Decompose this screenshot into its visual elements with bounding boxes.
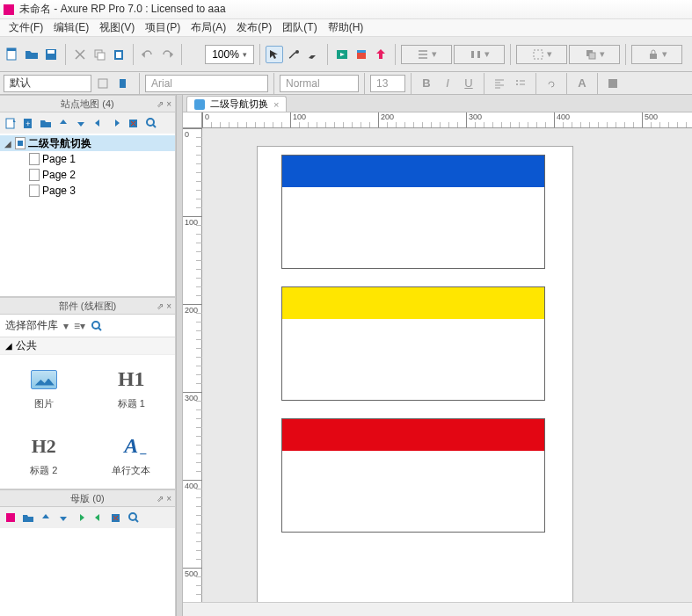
masters-right-icon[interactable] — [91, 511, 106, 525]
undo-icon[interactable] — [139, 46, 157, 63]
document-tab-icon — [194, 99, 205, 110]
search-widgets-icon[interactable] — [91, 320, 103, 332]
menu-file[interactable]: 文件(F) — [4, 20, 48, 35]
group-dropdown[interactable]: ▾ — [516, 45, 567, 64]
zoom-input[interactable]: 100%▾ — [205, 45, 254, 64]
menu-publish[interactable]: 发布(P) — [231, 20, 277, 35]
widget-menu-icon[interactable]: ≡▾ — [74, 320, 85, 332]
menu-team[interactable]: 团队(T) — [277, 20, 322, 35]
copy-icon[interactable] — [91, 46, 108, 63]
svg-rect-12 — [471, 51, 474, 58]
svg-rect-10 — [357, 52, 366, 59]
page-icon — [29, 185, 40, 197]
share-icon[interactable] — [372, 46, 390, 63]
ruler-horizontal: 0100200300400500 — [183, 112, 692, 128]
masters-panel-header[interactable]: 母版 (0) ⇗ × — [0, 489, 175, 507]
panel-collapse-icon[interactable]: ⇗ × — [157, 99, 171, 109]
page-icon — [15, 137, 25, 149]
search-pages-icon[interactable] — [144, 116, 158, 130]
widgets-panel-header[interactable]: 部件 (线框图) ⇗ × — [0, 297, 175, 315]
font-size-select[interactable]: 13 — [370, 75, 405, 92]
widget-library-select[interactable]: 选择部件库 ▾ ≡▾ — [0, 315, 175, 337]
style-paste-icon[interactable] — [114, 75, 134, 92]
widget-h1[interactable]: H1 标题 1 — [88, 355, 176, 422]
delete-page-icon[interactable] — [127, 116, 141, 130]
widget-category[interactable]: ◢公共 — [0, 337, 175, 355]
main-area: 站点地图 (4) ⇗ × + ◢ 二级导航切换 Page 1 — [0, 95, 692, 616]
widget-image[interactable]: 图片 — [0, 355, 88, 422]
redo-icon[interactable] — [158, 46, 176, 63]
pen-mode-icon[interactable] — [304, 46, 322, 63]
design-canvas[interactable] — [202, 128, 692, 602]
outdent-icon[interactable] — [91, 116, 106, 130]
add-master-icon[interactable] — [4, 511, 18, 525]
masters-search-icon[interactable] — [127, 511, 141, 525]
widget-textline[interactable]: A 单行文本 — [88, 422, 176, 489]
menu-edit[interactable]: 编辑(E) — [48, 20, 94, 35]
text-widget-icon: A — [124, 434, 138, 458]
font-family-select[interactable]: Arial — [145, 75, 268, 92]
lock-dropdown[interactable]: ▾ — [631, 45, 682, 64]
svg-rect-11 — [357, 50, 366, 53]
move-up-icon[interactable] — [56, 116, 70, 130]
save-icon[interactable] — [42, 46, 60, 63]
bullets-icon[interactable] — [511, 75, 530, 92]
cut-icon[interactable] — [71, 46, 89, 63]
sitemap-tree: ◢ 二级导航切换 Page 1 Page 2 Page 3 — [0, 134, 175, 297]
indent-icon[interactable] — [109, 116, 123, 130]
link-icon[interactable] — [542, 75, 561, 92]
masters-down-icon[interactable] — [56, 511, 70, 525]
panel-resize-handle[interactable] — [176, 95, 183, 616]
document-tab[interactable]: 二级导航切换 × — [186, 96, 287, 112]
bold-button[interactable]: B — [417, 75, 436, 92]
preview-icon[interactable] — [333, 46, 351, 63]
paragraph-style-select[interactable]: Normal — [280, 75, 359, 92]
sitemap-panel-header[interactable]: 站点地图 (4) ⇗ × — [0, 95, 175, 112]
connector-mode-icon[interactable] — [285, 46, 302, 63]
italic-button[interactable]: I — [438, 75, 457, 92]
svg-rect-7 — [116, 52, 121, 58]
publish-icon[interactable] — [353, 46, 370, 63]
canvas-shape-blue[interactable] — [281, 155, 545, 269]
order-dropdown[interactable]: ▾ — [569, 45, 620, 64]
canvas-shape-red[interactable] — [281, 418, 545, 533]
menu-project[interactable]: 项目(P) — [140, 20, 186, 35]
paste-icon[interactable] — [110, 46, 127, 63]
panel-collapse-icon[interactable]: ⇗ × — [157, 494, 171, 504]
underline-button[interactable]: U — [459, 75, 478, 92]
move-down-icon[interactable] — [74, 116, 88, 130]
font-color-icon[interactable]: A — [572, 75, 592, 92]
open-file-icon[interactable] — [23, 46, 40, 63]
add-folder-icon[interactable] — [39, 116, 53, 130]
ruler-vertical: 0100200300400500 — [183, 128, 202, 602]
style-select[interactable]: 默认 — [4, 75, 91, 92]
menu-view[interactable]: 视图(V) — [94, 20, 140, 35]
align-left-icon[interactable] — [490, 75, 509, 92]
svg-point-21 — [516, 83, 518, 85]
tree-page[interactable]: Page 2 — [0, 167, 175, 183]
add-folder-icon[interactable] — [21, 511, 35, 525]
align-dropdown[interactable]: ▾ — [401, 45, 452, 64]
tree-page[interactable]: Page 3 — [0, 183, 175, 199]
new-file-icon[interactable] — [4, 46, 21, 63]
menu-help[interactable]: 帮助(H) — [323, 20, 369, 35]
tree-page[interactable]: Page 1 — [0, 151, 175, 167]
tree-collapse-icon[interactable]: ◢ — [4, 139, 12, 149]
panel-collapse-icon[interactable]: ⇗ × — [157, 301, 171, 311]
select-mode-icon[interactable] — [266, 46, 283, 63]
distribute-dropdown[interactable]: ▾ — [454, 45, 505, 64]
tree-root-page[interactable]: ◢ 二级导航切换 — [0, 135, 175, 151]
masters-left-icon[interactable] — [74, 511, 88, 525]
masters-up-icon[interactable] — [39, 511, 53, 525]
widget-h2[interactable]: H2 标题 2 — [0, 422, 88, 489]
svg-rect-16 — [589, 53, 595, 59]
add-child-page-icon[interactable]: + — [21, 116, 35, 130]
menu-arrange[interactable]: 布局(A) — [186, 20, 231, 35]
close-tab-icon[interactable]: × — [273, 99, 279, 110]
fill-color-icon[interactable] — [603, 75, 623, 92]
masters-delete-icon[interactable] — [109, 511, 123, 525]
canvas-scrollbar-h[interactable] — [183, 602, 692, 616]
canvas-shape-yellow[interactable] — [281, 286, 545, 401]
style-copy-icon[interactable] — [93, 75, 113, 92]
add-page-icon[interactable] — [4, 116, 18, 130]
